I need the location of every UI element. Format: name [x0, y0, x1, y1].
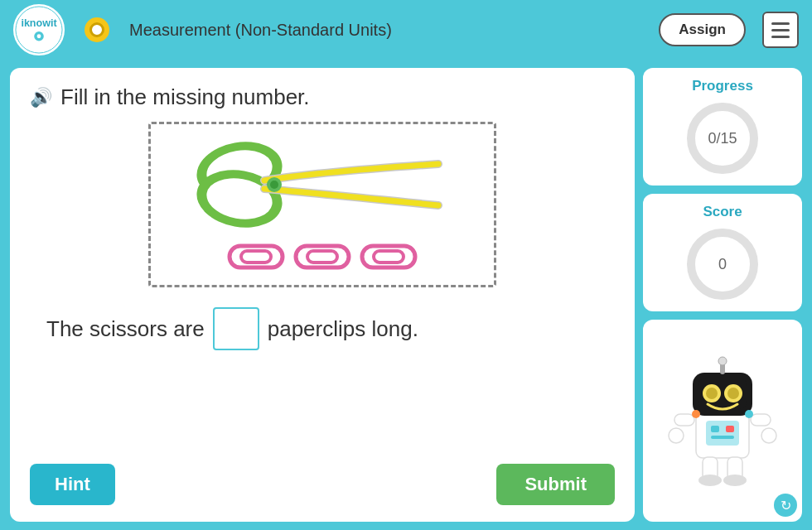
question-text: Fill in the missing number. — [60, 84, 310, 110]
score-label: Score — [703, 204, 742, 220]
score-ring: 0 — [685, 227, 760, 301]
svg-rect-13 — [307, 251, 337, 263]
svg-rect-15 — [374, 251, 404, 263]
svg-point-39 — [698, 475, 722, 486]
submit-button[interactable]: Submit — [496, 464, 615, 505]
sentence-suffix: paperclips long. — [268, 316, 418, 342]
next-arrow[interactable]: ↻ — [774, 494, 797, 517]
svg-rect-22 — [711, 426, 719, 432]
arrow-icon: ↻ — [781, 498, 791, 513]
svg-rect-10 — [230, 246, 283, 267]
svg-point-40 — [723, 475, 747, 486]
content-area: 🔊 Fill in the missing number. — [10, 68, 635, 522]
scissors-image — [190, 139, 455, 230]
svg-point-29 — [706, 388, 718, 399]
paperclip-1 — [226, 243, 286, 271]
svg-point-36 — [761, 428, 776, 443]
svg-point-32 — [718, 357, 727, 365]
svg-point-35 — [669, 428, 684, 443]
svg-point-30 — [727, 388, 739, 399]
svg-rect-23 — [726, 426, 734, 432]
paperclip-2 — [292, 243, 352, 271]
svg-text:iknowit: iknowit — [21, 17, 57, 29]
answer-input[interactable] — [213, 307, 259, 350]
logo: iknowit — [13, 4, 65, 55]
hint-button[interactable]: Hint — [30, 464, 115, 505]
assign-button[interactable]: Assign — [659, 13, 746, 46]
main-layout: 🔊 Fill in the missing number. — [0, 60, 812, 530]
svg-rect-34 — [751, 414, 771, 426]
sentence-prefix: The scissors are — [46, 316, 205, 342]
lesson-title: Measurement (Non-Standard Units) — [129, 21, 649, 40]
paperclip-3 — [359, 243, 418, 271]
hamburger-line-2 — [771, 29, 790, 31]
bottom-buttons: Hint Submit — [30, 464, 615, 505]
svg-rect-11 — [241, 251, 271, 263]
progress-card: Progress 0/15 — [643, 68, 802, 186]
svg-point-9 — [270, 181, 278, 189]
score-value: 0 — [718, 256, 727, 273]
svg-point-41 — [692, 410, 700, 418]
header: iknowit Measurement (Non-Standard Units)… — [0, 0, 812, 60]
speaker-icon[interactable]: 🔊 — [30, 87, 52, 108]
hamburger-line-3 — [771, 36, 790, 38]
measurement-image — [148, 122, 496, 287]
robot-mascot — [665, 354, 781, 487]
hamburger-line-1 — [771, 22, 790, 25]
progress-ring: 0/15 — [685, 101, 760, 176]
svg-rect-33 — [674, 414, 694, 426]
question-header: 🔊 Fill in the missing number. — [30, 84, 615, 110]
svg-rect-12 — [296, 246, 349, 267]
score-card: Score 0 — [643, 194, 802, 311]
svg-point-3 — [37, 34, 41, 38]
lesson-icon — [85, 17, 109, 42]
progress-value: 0/15 — [708, 130, 737, 147]
menu-button[interactable] — [762, 12, 799, 48]
svg-rect-14 — [362, 246, 415, 267]
sidebar: Progress 0/15 Score 0 — [643, 68, 802, 522]
svg-rect-21 — [706, 421, 739, 446]
progress-label: Progress — [692, 78, 753, 94]
paperclips-row — [226, 243, 418, 271]
mascot-area: ↻ — [643, 320, 802, 522]
svg-point-0 — [16, 7, 62, 53]
answer-sentence: The scissors are paperclips long. — [46, 307, 615, 350]
svg-point-42 — [745, 410, 753, 418]
svg-rect-24 — [711, 436, 734, 439]
